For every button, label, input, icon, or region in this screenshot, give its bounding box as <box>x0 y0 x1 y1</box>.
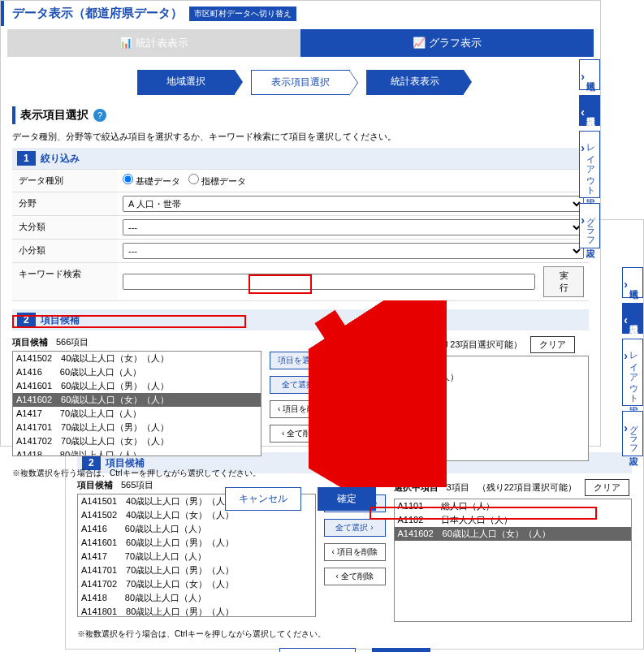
list-item[interactable]: A141702 70歳以上人口（女）（人） <box>78 577 315 591</box>
label-datatype: データ種別 <box>12 170 118 192</box>
selected-listbox[interactable]: A1101 総人口（人）A1102 日本人人口（人） <box>339 356 589 461</box>
section-title: 表示項目選択 <box>20 108 89 123</box>
side-item[interactable]: 表示項目選択‹ <box>622 303 643 334</box>
list-item[interactable]: A1416 60歳以上人口（人） <box>13 365 261 379</box>
subheader-filter: 絞り込み <box>41 152 80 166</box>
label-major: 大分類 <box>12 216 118 239</box>
cancel-button[interactable]: キャンセル <box>225 487 301 511</box>
exec-button[interactable]: 実行 <box>543 266 584 297</box>
chevron-right-icon: › <box>624 349 628 362</box>
list-item[interactable]: A141701 70歳以上人口（男）（人） <box>78 563 315 577</box>
sel-count: 2項目 <box>392 339 415 351</box>
ok-button[interactable]: 確定 <box>372 648 430 652</box>
chevron-right-icon: › <box>581 70 585 83</box>
list-item[interactable]: A1102 日本人人口（人） <box>340 370 588 384</box>
subheader-candidates: 項目候補 <box>41 313 80 327</box>
step-table[interactable]: 統計表表示 <box>366 70 464 95</box>
delall-button[interactable]: ‹ 全て削除 <box>270 425 331 443</box>
addall-button[interactable]: 全て選択 › <box>270 376 331 394</box>
side-item[interactable]: 表示項目選択‹ <box>579 95 600 126</box>
step-item[interactable]: 表示項目選択 <box>251 70 350 95</box>
sel-header: 選択中項目 <box>339 339 384 351</box>
list-item[interactable]: A1418 80歳以上人口（人） <box>78 591 315 605</box>
clear-button[interactable]: クリア <box>530 336 575 353</box>
side-layout[interactable]: レイアウト設定› <box>622 339 643 406</box>
delall-button[interactable]: ‹ 全て削除 <box>324 568 386 585</box>
label-field: 分野 <box>12 192 118 215</box>
list-item[interactable]: A141602 60歳以上人口（女）（人） <box>13 393 261 407</box>
list-item[interactable]: A141702 70歳以上人口（女）（人） <box>13 434 261 448</box>
cand-count: 566項目 <box>56 336 89 348</box>
chevron-right-icon: › <box>581 141 585 154</box>
multi-select-note: ※複数選択を行う場合は、Ctrlキーを押しながら選択してください。 <box>77 628 632 640</box>
addall-button[interactable]: 全て選択 › <box>324 519 386 537</box>
chevron-right-icon: › <box>624 421 628 434</box>
label-minor: 小分類 <box>12 240 118 262</box>
help-icon[interactable]: ? <box>93 109 106 122</box>
cancel-button[interactable]: キャンセル <box>279 648 356 652</box>
chevron-right-icon: › <box>581 214 585 227</box>
list-item[interactable]: A1101 総人口（人） <box>340 356 588 370</box>
side-layout[interactable]: レイアウト設定› <box>579 131 600 198</box>
list-item[interactable]: A141701 70歳以上人口（男）（人） <box>13 421 261 434</box>
input-keyword[interactable] <box>123 274 535 290</box>
chevron-left-icon: ‹ <box>624 313 628 326</box>
add-button[interactable]: 項目を選択 › <box>270 352 331 369</box>
side-graph[interactable]: グラフ表設定› <box>622 411 643 456</box>
radio-basic[interactable]: 基礎データ <box>123 174 180 188</box>
step-region[interactable]: 地域選択 <box>137 70 235 95</box>
side-graph[interactable]: グラフ表設定› <box>579 203 600 248</box>
list-item[interactable]: A141502 40歳以上人口（女）（人） <box>13 352 261 365</box>
list-item[interactable]: A1417 70歳以上人口（人） <box>13 407 261 421</box>
tab-graph[interactable]: 📈 グラフ表示 <box>300 29 594 57</box>
tab-table[interactable]: 📊 統計表表示 <box>7 29 300 57</box>
list-item[interactable]: A141801 80歳以上人口（男）（人） <box>78 605 315 617</box>
section-desc: データ種別、分野等で絞込み項目を選択するか、キーワード検索にて項目を選択してくだ… <box>12 131 589 143</box>
list-item[interactable]: A141602 60歳以上人口（女）（人） <box>395 527 632 541</box>
chevron-left-icon: ‹ <box>581 106 585 119</box>
select-major[interactable]: --- <box>123 219 584 235</box>
switch-data-button[interactable]: 市区町村データへ切り替え <box>189 6 296 21</box>
list-item[interactable]: A141601 60歳以上人口（男）（人） <box>13 379 261 393</box>
ok-button[interactable]: 確定 <box>318 487 376 511</box>
select-minor[interactable]: --- <box>123 243 584 259</box>
label-keyword: キーワード検索 <box>12 263 118 300</box>
multi-select-note: ※複数選択を行う場合は、Ctrlキーを押しながら選択してください。 <box>12 468 589 479</box>
sel-remain: （残り23項目選択可能） <box>423 339 522 351</box>
candidate-listbox[interactable]: A141502 40歳以上人口（女）（人）A1416 60歳以上人口（人）A14… <box>12 351 261 456</box>
list-item[interactable]: A1417 70歳以上人口（人） <box>78 550 315 563</box>
select-field[interactable]: A 人口・世帯 <box>123 196 584 212</box>
del-button[interactable]: ‹ 項目を削除 <box>270 400 331 418</box>
list-item[interactable]: A1418 80歳以上人口（人） <box>13 448 261 456</box>
page-title: データ表示（都道府県データ） <box>12 6 183 21</box>
chevron-right-icon: › <box>624 278 628 291</box>
list-item[interactable]: A1416 60歳以上人口（人） <box>78 522 315 536</box>
cand-header: 項目候補 <box>12 336 48 348</box>
side-region[interactable]: 地域選択› <box>622 267 643 298</box>
list-item[interactable]: A141601 60歳以上人口（男）（人） <box>78 536 315 550</box>
side-region[interactable]: 地域選択› <box>579 59 600 90</box>
del-button[interactable]: ‹ 項目を削除 <box>324 543 386 561</box>
radio-indicator[interactable]: 指標データ <box>188 174 246 188</box>
